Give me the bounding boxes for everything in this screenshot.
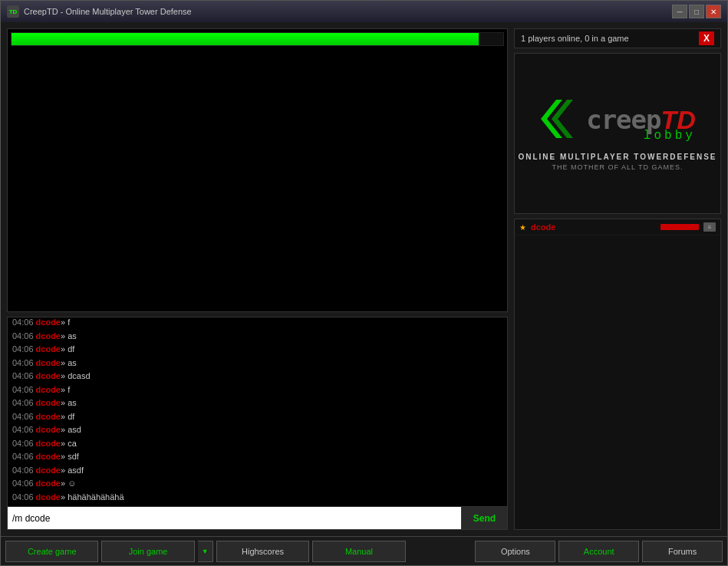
chat-message: 04:06 dcode» f (12, 383, 502, 397)
logo-chevron-svg (539, 96, 581, 142)
players-panel: ★ dcode ≡ (514, 219, 721, 530)
msg-name: dcode (36, 318, 61, 327)
msg-name: dcode (36, 452, 61, 461)
chat-message: 04:06 dcode» as (12, 397, 502, 410)
msg-time: 04:06 (12, 385, 34, 394)
msg-time: 04:06 (12, 412, 34, 421)
join-game-button[interactable]: Join game (101, 541, 194, 562)
chat-message: 04:06 dcode» df (12, 343, 502, 356)
msg-time: 04:06 (12, 452, 34, 461)
msg-name: dcode (36, 466, 61, 475)
chat-message: 04:06 dcode» f (12, 318, 502, 329)
chat-message: 04:06 dcode» asd (12, 423, 502, 436)
msg-name: dcode (36, 479, 61, 488)
msg-text: f (65, 318, 70, 327)
msg-text: as (65, 331, 77, 341)
msg-text: f (65, 385, 70, 394)
chat-message: 04:06 dcode» df (12, 410, 502, 423)
options-button[interactable]: Options (475, 541, 555, 562)
maximize-button[interactable]: □ (689, 5, 704, 18)
logo-main-row: creep TD lobby (539, 96, 696, 142)
player-name: dcode (531, 222, 656, 232)
msg-text: dcasd (65, 371, 90, 380)
player-row: ★ dcode ≡ (515, 219, 720, 235)
player-star-icon: ★ (519, 223, 526, 232)
logo-chevron-container (539, 96, 581, 142)
chat-message: 04:06 dcode» ☺ (12, 477, 502, 490)
msg-name: dcode (36, 358, 61, 367)
players-online-text: 1 players online, 0 in a game (521, 34, 629, 43)
left-panel: 04:06 dcode» f04:06 dcode» as04:06 dcode… (7, 28, 508, 530)
msg-time: 04:06 (12, 425, 34, 434)
msg-text: as (65, 398, 77, 407)
chat-messages: 04:06 dcode» f04:06 dcode» as04:06 dcode… (8, 318, 507, 506)
logo-panel: creep TD lobby Online Multiplayer TowerD… (514, 53, 721, 214)
chat-message: 04:06 dcode» ca (12, 437, 502, 450)
title-bar: TD CreepTD - Online Multiplayer Tower De… (1, 1, 727, 22)
msg-name: dcode (36, 425, 61, 434)
msg-text: asd (65, 425, 81, 434)
create-game-button[interactable]: Create game (5, 541, 98, 562)
msg-text: sdf (65, 452, 79, 461)
progress-bar-fill (12, 33, 479, 45)
chat-message: 04:06 dcode» hähähähähähä (12, 491, 502, 504)
msg-time: 04:06 (12, 466, 34, 475)
chat-message: 04:06 dcode» asdf (12, 464, 502, 477)
msg-time: 04:06 (12, 318, 34, 327)
manual-button[interactable]: Manual (312, 541, 405, 562)
msg-name: dcode (36, 344, 61, 354)
msg-name: dcode (36, 439, 61, 448)
player-flag-icon: ≡ (703, 222, 716, 232)
msg-text: ☺ (65, 479, 76, 488)
window-controls: ─ □ ✕ (672, 5, 721, 18)
msg-text: df (65, 344, 74, 354)
chat-message: 04:06 dcode» as (12, 357, 502, 370)
game-viewport (11, 49, 504, 308)
chat-area: 04:06 dcode» f04:06 dcode» as04:06 dcode… (7, 317, 508, 530)
msg-text: as (65, 358, 77, 367)
minimize-button[interactable]: ─ (672, 5, 687, 18)
msg-time: 04:06 (12, 492, 34, 502)
msg-text: asdf (65, 466, 84, 475)
msg-time: 04:06 (12, 479, 34, 488)
msg-name: dcode (36, 385, 61, 394)
app-icon: TD (7, 5, 19, 18)
chat-message: 04:06 dcode» sdf (12, 450, 502, 463)
chat-input[interactable] (8, 507, 461, 529)
bottom-toolbar: Create game Join game ▼ Highscores Manua… (1, 536, 727, 565)
logo-text-stack: creep TD lobby (586, 107, 696, 142)
msg-time: 04:06 (12, 371, 34, 380)
window-title: CreepTD - Online Multiplayer Tower Defen… (24, 7, 672, 16)
send-button[interactable]: Send (461, 507, 507, 529)
close-button[interactable]: ✕ (706, 5, 721, 18)
msg-name: dcode (36, 398, 61, 407)
right-panel: 1 players online, 0 in a game X (514, 28, 721, 530)
player-health-bar (660, 224, 699, 230)
close-panel-button[interactable]: X (699, 31, 714, 45)
chat-message: 04:06 dcode» dcasd (12, 370, 502, 383)
msg-name: dcode (36, 331, 61, 341)
msg-name: dcode (36, 371, 61, 380)
msg-text: hähähähähähä (65, 492, 124, 502)
account-button[interactable]: Account (558, 541, 639, 562)
main-window: TD CreepTD - Online Multiplayer Tower De… (0, 0, 728, 566)
players-online-bar: 1 players online, 0 in a game X (514, 28, 721, 48)
msg-time: 04:06 (12, 358, 34, 367)
logo-container: creep TD lobby Online Multiplayer TowerD… (518, 96, 716, 171)
msg-name: dcode (36, 492, 61, 502)
highscores-button[interactable]: Highscores (216, 541, 309, 562)
msg-name: dcode (36, 412, 61, 421)
msg-time: 04:06 (12, 439, 34, 448)
logo-subtitles: Online Multiplayer TowerDefense The Moth… (518, 153, 716, 171)
progress-bar-container (11, 32, 504, 46)
logo-subtitle1: Online Multiplayer TowerDefense (518, 153, 716, 161)
join-game-arrow-button[interactable]: ▼ (198, 541, 213, 562)
logo-subtitle2: The Mother of all TD Games. (518, 163, 716, 171)
main-content: 04:06 dcode» f04:06 dcode» as04:06 dcode… (1, 22, 727, 536)
msg-time: 04:06 (12, 398, 34, 407)
chat-message: 04:06 dcode» as (12, 330, 502, 343)
msg-text: df (65, 412, 74, 421)
game-map (7, 28, 508, 312)
msg-time: 04:06 (12, 344, 34, 354)
forums-button[interactable]: Forums (642, 541, 723, 562)
